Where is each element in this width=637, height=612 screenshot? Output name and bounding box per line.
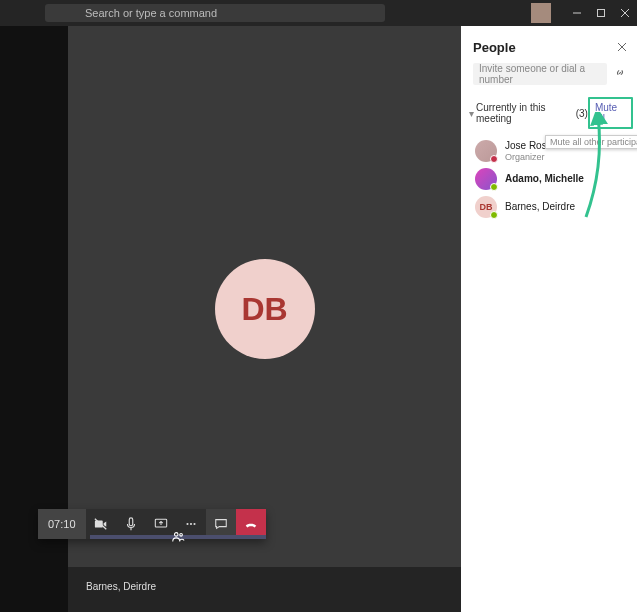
participant-avatar (475, 140, 497, 162)
close-window-button[interactable] (613, 0, 637, 26)
meeting-toolbar: 07:10 (38, 509, 266, 539)
stage-avatar-initials: DB (241, 291, 287, 328)
link-icon (613, 66, 627, 80)
svg-point-6 (186, 523, 188, 525)
participant-name: Barnes, Deirdre (505, 201, 575, 213)
participant-row[interactable]: Adamo, Michelle (475, 165, 631, 193)
section-label: Currently in this meeting (476, 102, 572, 124)
chat-icon (214, 517, 228, 531)
participant-row[interactable]: DBBarnes, Deirdre (475, 193, 631, 221)
svg-point-10 (179, 534, 182, 537)
meeting-timer: 07:10 (38, 509, 86, 539)
minimize-button[interactable] (565, 0, 589, 26)
svg-rect-1 (598, 10, 605, 17)
people-panel: People Invite someone or dial a number ▾… (461, 26, 637, 612)
svg-point-7 (189, 523, 191, 525)
participant-avatar (475, 168, 497, 190)
hangup-icon (244, 517, 258, 531)
close-icon (617, 42, 627, 52)
section-count: (3) (576, 108, 588, 119)
participant-info: Barnes, Deirdre (505, 201, 575, 213)
participant-role: Organizer (505, 152, 563, 162)
more-icon (184, 517, 198, 531)
copy-link-button[interactable] (613, 66, 627, 82)
camera-off-icon (94, 517, 108, 531)
people-icon (171, 530, 185, 544)
people-title: People (473, 40, 516, 55)
people-close-button[interactable] (617, 42, 627, 54)
participant-row[interactable]: Jose RosarioOrganizerMute all other part… (475, 137, 631, 165)
microphone-icon (124, 517, 138, 531)
invite-input[interactable]: Invite someone or dial a number (473, 63, 607, 85)
section-current[interactable]: ▾ Currently in this meeting (3) Mute all (461, 93, 637, 133)
maximize-button[interactable] (589, 0, 613, 26)
mute-all-button[interactable]: Mute all (588, 97, 633, 129)
svg-point-9 (174, 533, 178, 537)
search-input[interactable]: Search or type a command (45, 4, 385, 22)
people-button[interactable] (90, 535, 266, 539)
share-icon (154, 517, 168, 531)
participant-avatar: DB (475, 196, 497, 218)
stage-avatar: DB (215, 259, 315, 359)
search-placeholder: Search or type a command (85, 7, 217, 19)
presence-indicator (490, 183, 498, 191)
title-bar-right (531, 0, 637, 26)
presence-indicator (490, 211, 498, 219)
stage-participant-name: Barnes, Deirdre (86, 581, 156, 592)
invite-placeholder: Invite someone or dial a number (479, 63, 601, 85)
participant-info: Adamo, Michelle (505, 173, 584, 185)
user-tile[interactable] (531, 3, 551, 23)
people-header: People (461, 26, 637, 63)
participant-list: Jose RosarioOrganizerMute all other part… (461, 133, 637, 221)
chevron-down-icon: ▾ (469, 108, 474, 119)
stage-bottom-bar: Barnes, Deirdre (68, 567, 461, 612)
invite-row: Invite someone or dial a number (461, 63, 637, 93)
svg-point-8 (193, 523, 195, 525)
participant-name: Adamo, Michelle (505, 173, 584, 185)
presence-indicator (490, 155, 498, 163)
mute-all-tooltip: Mute all other participants (545, 135, 637, 149)
title-bar: Search or type a command (0, 0, 637, 26)
